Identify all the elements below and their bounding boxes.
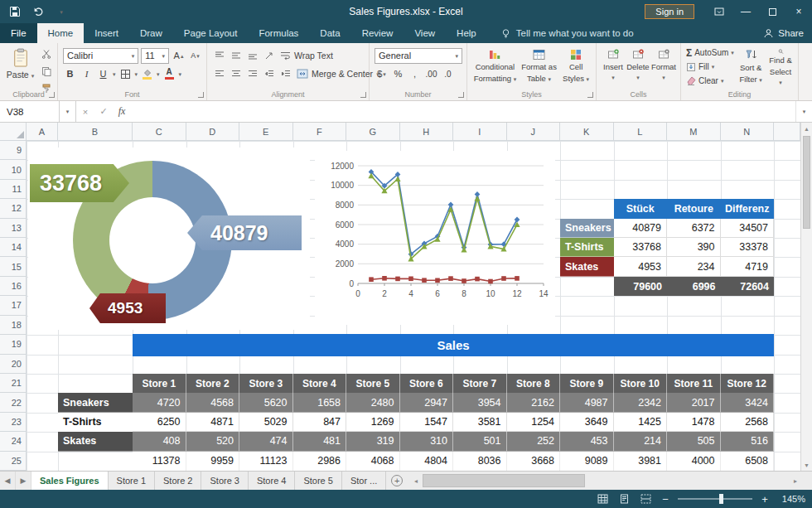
summary-cell[interactable]: 33378	[721, 238, 775, 257]
store-cell[interactable]: 1547	[400, 413, 454, 432]
store-total-cell[interactable]: 4068	[346, 452, 400, 471]
number-dialog-launcher[interactable]	[458, 92, 464, 98]
cancel-entry-button[interactable]: ×	[76, 101, 94, 122]
sales-banner[interactable]: Sales	[133, 334, 774, 356]
undo-button[interactable]	[31, 5, 45, 18]
tab-data[interactable]: Data	[309, 23, 350, 43]
store-cell[interactable]: 520	[186, 432, 240, 451]
fill-color-dropdown[interactable]: ▾	[157, 71, 160, 77]
sheet-tab-store-2[interactable]: Store 2	[155, 472, 201, 490]
store-total-cell[interactable]: 6508	[721, 452, 775, 471]
row-header-20[interactable]: 20	[0, 355, 27, 374]
store-cell[interactable]: 4720	[133, 393, 186, 412]
store-cell[interactable]: 3954	[453, 393, 507, 412]
column-header-J[interactable]: J	[507, 123, 561, 141]
donut-label-tshirts[interactable]: 33768	[30, 164, 129, 202]
row-header-12[interactable]: 12	[0, 199, 27, 218]
store-cell[interactable]: 516	[721, 432, 775, 451]
store-cell[interactable]: 1269	[346, 413, 400, 432]
percent-style-button[interactable]: %	[391, 66, 405, 81]
store-header[interactable]: Store 6	[400, 374, 454, 393]
share-button[interactable]: Share	[763, 23, 804, 43]
donut-chart[interactable]: 33768408794953	[28, 148, 310, 330]
format-as-table-button[interactable]: Format as Table ▾	[520, 46, 558, 87]
store-cell[interactable]: 2342	[614, 393, 668, 412]
sheet-tab-store-4[interactable]: Store 4	[249, 472, 295, 490]
summary-header-Stück[interactable]: Stück	[614, 199, 668, 218]
store-header[interactable]: Store 8	[507, 374, 561, 393]
tab-page-layout[interactable]: Page Layout	[173, 23, 249, 43]
hscroll-left-button[interactable]: ◂	[411, 472, 421, 490]
store-cell[interactable]: 214	[614, 432, 668, 451]
store-cell[interactable]: 6250	[133, 413, 186, 432]
new-sheet-button[interactable]: +	[386, 472, 408, 490]
clipboard-dialog-launcher[interactable]	[49, 92, 55, 98]
zoom-out-button[interactable]: −	[660, 493, 671, 506]
number-format-select[interactable]: General▾	[375, 48, 462, 64]
vertical-scrollbar-thumb[interactable]	[803, 136, 810, 229]
align-bottom-button[interactable]	[245, 48, 259, 63]
column-header-I[interactable]: I	[453, 123, 507, 141]
store-cell[interactable]: 501	[453, 432, 507, 451]
store-cell[interactable]: 847	[293, 413, 347, 432]
align-middle-button[interactable]	[229, 48, 243, 63]
summary-cell[interactable]: 4719	[721, 257, 775, 276]
line-chart[interactable]: 02000400060008000100001200002468101214	[315, 151, 555, 325]
column-header-D[interactable]: D	[186, 123, 240, 141]
store-total-cell[interactable]: 11123	[239, 452, 293, 471]
store-cell[interactable]: 3581	[453, 413, 507, 432]
store-total-cell[interactable]: 9959	[186, 452, 240, 471]
summary-header-Retoure[interactable]: Retoure	[667, 199, 721, 218]
row-header-19[interactable]: 19	[0, 335, 27, 354]
sheet-nav-right-button[interactable]: ▶	[16, 472, 31, 490]
row-header-11[interactable]: 11	[0, 180, 27, 199]
maximize-button[interactable]	[759, 0, 785, 23]
store-cell[interactable]: 2162	[507, 393, 561, 412]
sheet-tab-store-1[interactable]: Store 1	[109, 472, 155, 490]
store-total-cell[interactable]: 8036	[453, 452, 507, 471]
underline-button[interactable]: U	[96, 66, 110, 81]
column-header-K[interactable]: K	[560, 123, 614, 141]
row-header-25[interactable]: 25	[0, 452, 27, 471]
store-row-label[interactable]: Sneakers	[58, 393, 133, 412]
store-cell[interactable]: 2947	[400, 393, 454, 412]
name-box-dropdown[interactable]: ▾	[60, 101, 76, 122]
customize-qat-button[interactable]: ▾	[55, 5, 68, 18]
sheet-tab-sales-figures[interactable]: Sales Figures	[31, 472, 109, 490]
sheet-tab-overflow[interactable]: Stor...	[342, 472, 386, 490]
store-row-label[interactable]: T-Shirts	[58, 413, 133, 432]
sheet-tab-store-5[interactable]: Store 5	[295, 472, 341, 490]
store-header[interactable]: Store 10	[614, 374, 668, 393]
store-cell[interactable]: 3649	[560, 413, 614, 432]
wrap-text-button[interactable]: Wrap Text	[278, 51, 335, 60]
store-cell[interactable]: 2017	[667, 393, 721, 412]
store-total-cell[interactable]: 9089	[560, 452, 614, 471]
store-cell[interactable]: 252	[507, 432, 561, 451]
hscroll-right-button[interactable]: ▸	[790, 472, 800, 490]
font-dialog-launcher[interactable]	[198, 92, 204, 98]
column-header-A[interactable]: A	[27, 123, 58, 141]
summary-cell[interactable]: 34507	[721, 219, 775, 238]
store-cell[interactable]: 453	[560, 432, 614, 451]
formula-input[interactable]	[131, 101, 795, 122]
store-header[interactable]: Store 1	[133, 374, 186, 393]
cut-button[interactable]	[39, 46, 53, 61]
zoom-level[interactable]: 145%	[777, 494, 805, 504]
store-header[interactable]: Store 9	[560, 374, 614, 393]
summary-total-cell[interactable]: 79600	[614, 277, 668, 296]
store-cell[interactable]: 481	[293, 432, 347, 451]
insert-function-button[interactable]: fx	[113, 101, 131, 122]
minimize-button[interactable]: —	[732, 0, 759, 23]
autosum-button[interactable]: ΣAutoSum▾	[686, 46, 734, 60]
store-cell[interactable]: 1478	[667, 413, 721, 432]
row-header-17[interactable]: 17	[0, 296, 27, 315]
summary-total-cell[interactable]: 72604	[721, 277, 775, 296]
conditional-formatting-button[interactable]: Conditional Formatting ▾	[472, 46, 518, 87]
horizontal-scrollbar[interactable]: ◂ ▸	[411, 472, 800, 490]
store-row-label[interactable]: Skates	[58, 432, 133, 451]
store-cell[interactable]: 319	[346, 432, 400, 451]
store-cell[interactable]: 3424	[721, 393, 775, 412]
summary-row-label[interactable]: Sneakers	[560, 219, 614, 238]
store-total-cell[interactable]: 3668	[507, 452, 561, 471]
store-total-cell[interactable]: 3981	[614, 452, 668, 471]
